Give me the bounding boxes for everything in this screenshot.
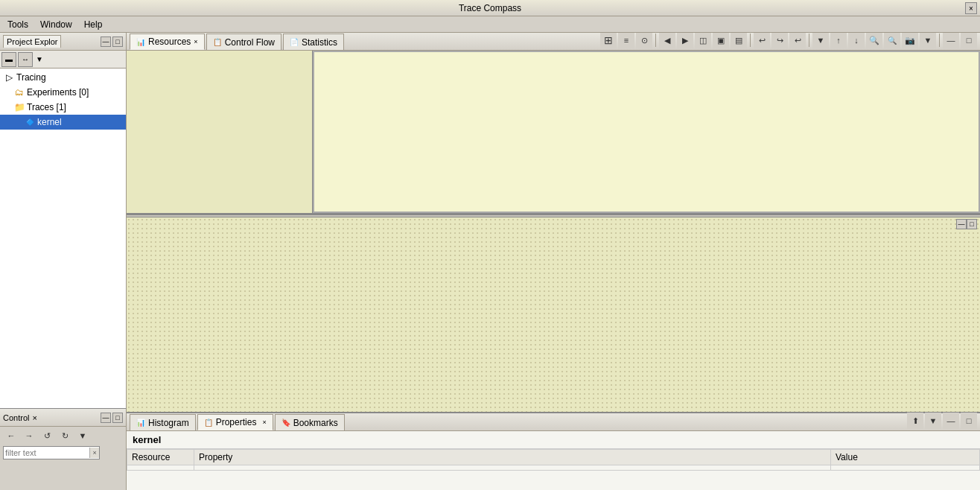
properties-table: Resource Property Value bbox=[127, 449, 980, 471]
ctrl-dropdown-btn[interactable]: ▼ bbox=[74, 427, 91, 444]
table-row bbox=[127, 465, 980, 471]
sep2 bbox=[750, 34, 751, 47]
ctrl-back-btn[interactable]: ← bbox=[3, 427, 19, 444]
main-toolbar-btn10[interactable]: ↪ bbox=[771, 33, 788, 48]
tab-histogram[interactable]: 📊 Histogram bbox=[130, 414, 196, 430]
sidebar-toolbar: ▬ ↔ ▼ bbox=[0, 51, 126, 69]
sidebar-link-btn[interactable]: ↔ bbox=[18, 52, 33, 67]
filter-input-wrap: × bbox=[3, 446, 100, 459]
main-toolbar-btn6[interactable]: ◫ bbox=[695, 33, 711, 48]
bookmarks-tab-icon: 🔖 bbox=[281, 419, 290, 427]
main-toolbar-minimize[interactable]: — bbox=[943, 33, 959, 48]
main-toolbar-btn13[interactable]: ↑ bbox=[830, 33, 847, 48]
control-tab-close[interactable]: × bbox=[32, 413, 36, 422]
timeline-view-top bbox=[127, 51, 980, 214]
upper-area: 📊 Resources × 📋 Control Flow 📄 Statistic… bbox=[127, 33, 980, 412]
main-toolbar-maximize[interactable]: □ bbox=[961, 33, 977, 48]
properties-tab-label: Properties bbox=[216, 417, 257, 427]
properties-tab-close[interactable]: × bbox=[262, 419, 266, 426]
sidebar-tracing-label: Tracing bbox=[16, 72, 46, 83]
sidebar-tab-project-explorer[interactable]: Project Explor bbox=[3, 35, 61, 48]
view-split: — □ bbox=[127, 51, 980, 412]
bottom-dropdown-btn[interactable]: ▼ bbox=[925, 413, 941, 429]
tab-properties[interactable]: 📋 Properties × bbox=[197, 414, 273, 430]
timeline-left-panel bbox=[127, 51, 313, 213]
sidebar-item-kernel[interactable]: 🔷 kernel bbox=[0, 115, 126, 130]
main-toolbar-btn14[interactable]: ↓ bbox=[848, 33, 865, 48]
bottom-view-minimize[interactable]: — bbox=[956, 219, 967, 229]
main-toolbar-btn16[interactable]: 🔍 bbox=[884, 33, 900, 48]
app-title: Trace Compass bbox=[459, 3, 521, 13]
main-toolbar-btn9[interactable]: ↩ bbox=[754, 33, 770, 48]
traces-icon: 📁 bbox=[13, 101, 25, 113]
sidebar-traces-label: Traces [1] bbox=[27, 102, 66, 112]
sep3 bbox=[809, 34, 809, 47]
menu-help[interactable]: Help bbox=[80, 18, 107, 31]
properties-tab-icon: 📋 bbox=[204, 419, 213, 427]
bottom-minimize-btn[interactable]: — bbox=[943, 413, 959, 429]
bottom-maximize-btn[interactable]: □ bbox=[961, 413, 977, 429]
sep4 bbox=[939, 34, 940, 47]
sidebar-tree: ▷ Tracing 🗂 Experiments [0] 📁 Traces [1]… bbox=[0, 69, 126, 408]
tab-bookmarks[interactable]: 🔖 Bookmarks bbox=[275, 414, 345, 430]
menu-window[interactable]: Window bbox=[36, 18, 77, 31]
sidebar-dropdown-btn[interactable]: ▼ bbox=[34, 54, 45, 65]
control-minimize-btn[interactable]: — bbox=[101, 413, 111, 423]
main-tabs-bar: 📊 Resources × 📋 Control Flow 📄 Statistic… bbox=[127, 33, 980, 51]
resources-tab-icon: 📊 bbox=[136, 38, 145, 46]
control-tab-label[interactable]: Control bbox=[3, 413, 29, 422]
main-toolbar-btn4[interactable]: ◀ bbox=[659, 33, 675, 48]
histogram-tab-icon: 📊 bbox=[136, 419, 145, 427]
sidebar-minimize-btn[interactable]: — bbox=[101, 36, 111, 47]
control-toolbar: ← → ↺ ↻ ▼ bbox=[0, 427, 126, 445]
sidebar-item-experiments[interactable]: 🗂 Experiments [0] bbox=[0, 85, 126, 100]
statistics-tab-label: Statistics bbox=[302, 37, 337, 48]
control-flow-tab-icon: 📋 bbox=[213, 38, 222, 46]
bottom-view-maximize[interactable]: □ bbox=[967, 219, 977, 229]
main-toolbar-btn1[interactable]: ⊞ bbox=[600, 33, 617, 48]
sidebar-collapse-btn[interactable]: ▬ bbox=[1, 52, 16, 67]
sidebar-maximize-btn[interactable]: □ bbox=[112, 36, 123, 47]
sidebar-header: Project Explor — □ bbox=[0, 33, 126, 51]
main-toolbar-btn18[interactable]: ▼ bbox=[920, 33, 936, 48]
vertical-layout: 📊 Resources × 📋 Control Flow 📄 Statistic… bbox=[127, 33, 980, 490]
main-toolbar-btn3[interactable]: ⊙ bbox=[636, 33, 652, 48]
tab-resources[interactable]: 📊 Resources × bbox=[130, 34, 205, 50]
col-value: Value bbox=[831, 450, 980, 465]
lower-area: 📊 Histogram 📋 Properties × 🔖 Bookmarks bbox=[127, 412, 980, 490]
timeline-view-bottom: — □ bbox=[127, 217, 980, 412]
main-toolbar-btn2[interactable]: ≡ bbox=[618, 33, 634, 48]
main-toolbar-btn7[interactable]: ▣ bbox=[713, 33, 729, 48]
sep1 bbox=[655, 34, 656, 47]
menu-bar: Tools Window Help bbox=[0, 16, 980, 33]
control-maximize-btn[interactable]: □ bbox=[112, 413, 123, 423]
bottom-export-btn[interactable]: ⬆ bbox=[907, 413, 923, 429]
resources-tab-close[interactable]: × bbox=[194, 38, 197, 45]
histogram-tab-label: Histogram bbox=[148, 418, 189, 428]
menu-tools[interactable]: Tools bbox=[3, 18, 33, 31]
title-close-button[interactable]: × bbox=[965, 2, 977, 14]
title-bar: Trace Compass × bbox=[0, 0, 980, 16]
main-toolbar-btn5[interactable]: ▶ bbox=[677, 33, 693, 48]
main-toolbar-btn15[interactable]: 🔍 bbox=[866, 33, 882, 48]
filter-clear-btn[interactable]: × bbox=[89, 448, 99, 458]
filter-input[interactable] bbox=[4, 448, 89, 457]
main-toolbar-btn12[interactable]: ▼ bbox=[812, 33, 829, 48]
experiments-icon: 🗂 bbox=[13, 86, 25, 98]
sidebar-item-traces[interactable]: 📁 Traces [1] bbox=[0, 100, 126, 115]
main-layout: Project Explor — □ ▬ ↔ ▼ ▷ Tracing 🗂 Exp… bbox=[0, 33, 980, 490]
ctrl-redo-btn[interactable]: ↻ bbox=[57, 427, 73, 444]
control-panel-header: Control × — □ bbox=[0, 409, 126, 427]
sidebar-kernel-label: kernel bbox=[37, 117, 62, 127]
main-toolbar-btn17[interactable]: 📷 bbox=[902, 33, 918, 48]
properties-title: kernel bbox=[127, 431, 980, 449]
tab-control-flow[interactable]: 📋 Control Flow bbox=[206, 34, 281, 50]
main-toolbar-btn11[interactable]: ↩ bbox=[789, 33, 806, 48]
ctrl-forward-btn[interactable]: → bbox=[21, 427, 37, 444]
tab-statistics[interactable]: 📄 Statistics bbox=[283, 34, 344, 50]
sidebar-item-tracing[interactable]: ▷ Tracing bbox=[0, 70, 126, 85]
ctrl-undo-btn[interactable]: ↺ bbox=[39, 427, 55, 444]
main-toolbar-btn8[interactable]: ▤ bbox=[731, 33, 747, 48]
control-panel-controls: — □ bbox=[101, 413, 123, 423]
properties-content: kernel Resource Property Value bbox=[127, 431, 980, 490]
